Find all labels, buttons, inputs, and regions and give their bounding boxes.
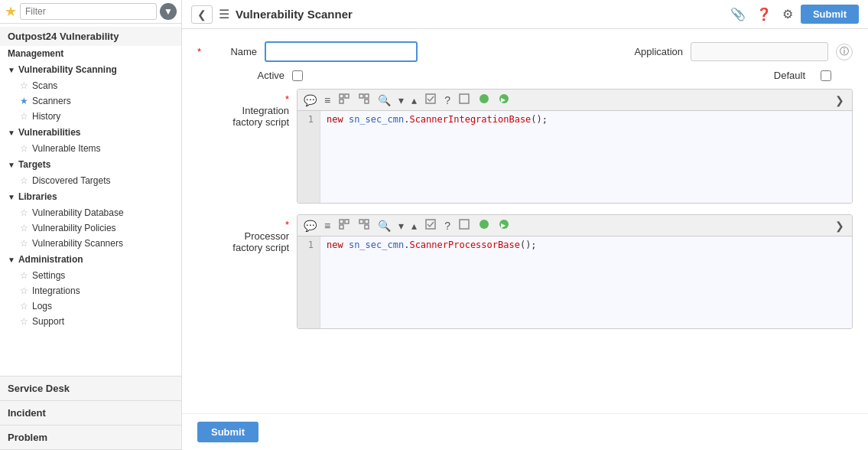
svg-rect-2 bbox=[340, 99, 343, 103]
sidebar-item-vuln-policies[interactable]: ☆ Vulnerability Policies bbox=[0, 220, 181, 236]
toolbar-fullscreen-icon[interactable] bbox=[455, 91, 473, 109]
svg-rect-13 bbox=[340, 225, 343, 229]
bottom-submit-button[interactable]: Submit bbox=[197, 422, 258, 442]
item-label: Scanners bbox=[32, 96, 71, 106]
svg-rect-14 bbox=[359, 220, 363, 223]
header-submit-button[interactable]: Submit bbox=[801, 5, 859, 24]
default-checkbox[interactable] bbox=[821, 70, 831, 81]
svg-rect-11 bbox=[340, 220, 343, 223]
svg-rect-12 bbox=[345, 220, 349, 223]
sidebar-bottom-service-desk[interactable]: Service Desk bbox=[0, 377, 181, 401]
help-icon[interactable]: ❓ bbox=[753, 5, 775, 23]
toolbar-green2-icon[interactable]: ▶ bbox=[495, 91, 513, 109]
sidebar-bottom-incident[interactable]: Incident bbox=[0, 401, 181, 426]
toolbar-reply-icon[interactable]: 💬 bbox=[301, 93, 320, 108]
toolbar-help-icon[interactable]: ? bbox=[441, 218, 454, 233]
search-input[interactable] bbox=[20, 3, 157, 20]
toolbar-green1-icon[interactable] bbox=[475, 217, 493, 234]
integration-editor: 💬 ≡ 🔍 ▾ ▴ ? bbox=[297, 89, 853, 204]
star-icon: ☆ bbox=[20, 223, 28, 233]
toolbar-arrow-up-icon[interactable]: ▴ bbox=[408, 218, 420, 233]
processor-script-body: 1 new sn_sec_cmn.ScannerProcessorBase(); bbox=[297, 236, 852, 328]
sidebar-item-logs[interactable]: ☆ Logs bbox=[0, 298, 181, 314]
star-icon: ☆ bbox=[20, 175, 28, 186]
toolbar-expand-button[interactable]: ❯ bbox=[831, 218, 849, 233]
star-icon: ☆ bbox=[20, 80, 28, 91]
history-button[interactable]: ▼ bbox=[160, 3, 177, 20]
application-input[interactable]: Global bbox=[691, 42, 828, 61]
menu-icon[interactable]: ☰ bbox=[219, 7, 229, 21]
toolbar-list-icon[interactable]: ≡ bbox=[321, 93, 333, 108]
svg-rect-18 bbox=[460, 220, 469, 229]
toolbar-arrow-down-icon[interactable]: ▾ bbox=[395, 93, 407, 108]
group-label: Vulnerabilities bbox=[18, 127, 81, 138]
sidebar-bottom-problem[interactable]: Problem bbox=[0, 426, 181, 450]
active-checkbox[interactable] bbox=[292, 70, 303, 81]
toolbar-help-icon[interactable]: ? bbox=[441, 93, 454, 108]
star-icon: ☆ bbox=[20, 285, 28, 296]
processor-code[interactable]: new sn_sec_cmn.ScannerProcessorBase(); bbox=[320, 236, 852, 328]
main-body: * Name Application Global ⓘ Active Defau… bbox=[182, 29, 868, 413]
settings-icon[interactable]: ⚙ bbox=[779, 5, 796, 23]
group-vulnerability-scanning[interactable]: ▼ Vulnerability Scanning bbox=[0, 61, 181, 78]
toolbar-box1-icon[interactable] bbox=[421, 91, 440, 109]
toolbar-insert2-icon[interactable] bbox=[355, 91, 373, 109]
svg-rect-6 bbox=[426, 94, 435, 103]
toolbar-search-icon[interactable]: 🔍 bbox=[375, 218, 394, 233]
toolbar-insert1-icon[interactable] bbox=[335, 91, 353, 109]
paperclip-icon[interactable]: 📎 bbox=[727, 5, 749, 23]
toolbar-search-icon[interactable]: 🔍 bbox=[375, 93, 394, 108]
group-vulnerabilities[interactable]: ▼ Vulnerabilities bbox=[0, 124, 181, 141]
group-label: Vulnerability Scanning bbox=[18, 64, 117, 75]
item-label: Scans bbox=[32, 80, 57, 91]
svg-point-19 bbox=[480, 220, 489, 229]
sidebar-item-vuln-scanners[interactable]: ☆ Vulnerability Scanners bbox=[0, 236, 181, 251]
toolbar-insert2-icon[interactable] bbox=[355, 217, 373, 234]
toolbar-box1-icon[interactable] bbox=[421, 217, 440, 234]
toolbar-reply-icon[interactable]: 💬 bbox=[301, 218, 320, 233]
name-input[interactable] bbox=[265, 41, 418, 62]
star-icon: ☆ bbox=[20, 111, 28, 122]
group-libraries[interactable]: ▼ Libraries bbox=[0, 188, 181, 205]
toolbar-fullscreen-icon[interactable] bbox=[455, 217, 473, 234]
sidebar-item-vulnerable-items[interactable]: ☆ Vulnerable Items bbox=[0, 141, 181, 156]
item-label: History bbox=[32, 111, 60, 122]
name-application-row: * Name Application Global ⓘ bbox=[197, 41, 853, 62]
sidebar-item-scans[interactable]: ☆ Scans bbox=[0, 78, 181, 93]
active-label: Active bbox=[248, 70, 284, 81]
line-numbers: 1 bbox=[297, 236, 320, 328]
star-icon: ☆ bbox=[20, 316, 28, 327]
sidebar-item-integrations[interactable]: ☆ Integrations bbox=[0, 283, 181, 298]
toolbar-list-icon[interactable]: ≡ bbox=[321, 218, 333, 233]
integration-toolbar: 💬 ≡ 🔍 ▾ ▴ ? bbox=[297, 90, 852, 111]
sidebar-item-history[interactable]: ☆ History bbox=[0, 109, 181, 124]
sidebar-header: ★ ▼ bbox=[0, 0, 181, 24]
processor-script-section: * Processor factory script 💬 ≡ 🔍 ▾ ▴ bbox=[197, 214, 853, 329]
toolbar-green2-icon[interactable]: ▶ bbox=[495, 217, 513, 234]
toolbar-arrow-down-icon[interactable]: ▾ bbox=[395, 218, 407, 233]
info-button[interactable]: ⓘ bbox=[836, 44, 853, 60]
star-icon: ☆ bbox=[20, 143, 28, 154]
sidebar-item-settings[interactable]: ☆ Settings bbox=[0, 268, 181, 283]
item-label: Vulnerability Database bbox=[32, 207, 124, 218]
group-label: Targets bbox=[18, 159, 50, 170]
toolbar-insert1-icon[interactable] bbox=[335, 217, 353, 234]
integration-code[interactable]: new sn_sec_cmn.ScannerIntegrationBase(); bbox=[320, 111, 852, 203]
toolbar-green1-icon[interactable] bbox=[475, 91, 493, 109]
required-star: * bbox=[285, 93, 289, 105]
toolbar-arrow-up-icon[interactable]: ▴ bbox=[408, 93, 420, 108]
star-icon[interactable]: ★ bbox=[5, 3, 17, 20]
sidebar-item-support[interactable]: ☆ Support bbox=[0, 314, 181, 329]
arrow-icon: ▼ bbox=[8, 161, 15, 169]
svg-point-8 bbox=[480, 94, 489, 103]
sidebar-item-scanners[interactable]: ★ Scanners bbox=[0, 93, 181, 109]
management-label: Management bbox=[0, 46, 181, 61]
group-administration[interactable]: ▼ Administration bbox=[0, 251, 181, 268]
sidebar-item-vuln-database[interactable]: ☆ Vulnerability Database bbox=[0, 205, 181, 220]
toolbar-expand-button[interactable]: ❯ bbox=[831, 93, 849, 108]
bottom-submit-area: Submit bbox=[182, 413, 868, 450]
group-targets[interactable]: ▼ Targets bbox=[0, 156, 181, 173]
group-label: Administration bbox=[18, 254, 83, 265]
sidebar-item-discovered-targets[interactable]: ☆ Discovered Targets bbox=[0, 173, 181, 188]
back-button[interactable]: ❮ bbox=[191, 5, 213, 24]
